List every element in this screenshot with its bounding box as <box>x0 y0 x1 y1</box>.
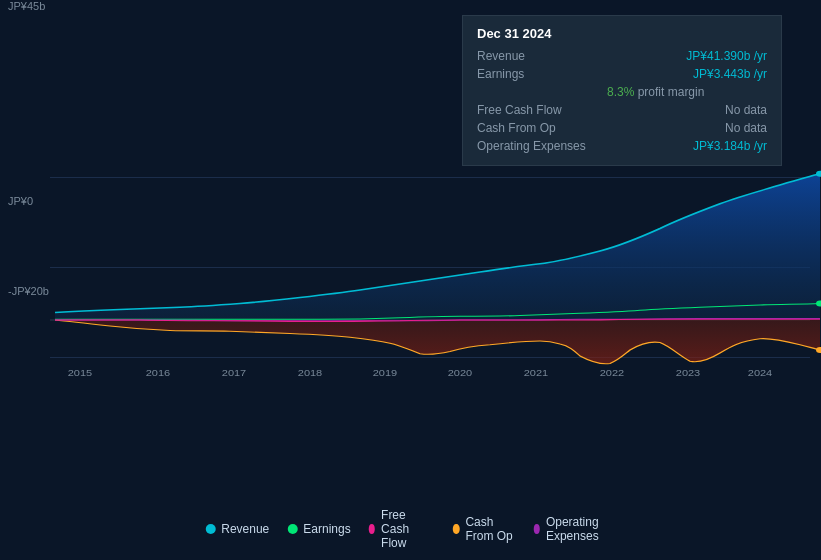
legend-fcf: Free Cash Flow <box>369 508 435 550</box>
cfo-row: Cash From Op No data <box>477 119 767 137</box>
tooltip-date: Dec 31 2024 <box>477 26 767 41</box>
x-label-2024: 2024 <box>748 369 773 378</box>
x-label-2023: 2023 <box>676 369 700 378</box>
cfo-legend-label: Cash From Op <box>465 515 515 543</box>
info-tooltip: Dec 31 2024 Revenue JP¥41.390b /yr Earni… <box>462 15 782 166</box>
x-label-2015: 2015 <box>68 369 92 378</box>
y-label-top: JP¥45b <box>8 0 45 12</box>
cfo-value: No data <box>725 121 767 135</box>
legend-revenue: Revenue <box>205 522 269 536</box>
x-label-2016: 2016 <box>146 369 170 378</box>
cfo-dot <box>453 524 459 534</box>
x-label-2020: 2020 <box>448 369 473 378</box>
earnings-value: JP¥3.443b /yr <box>693 67 767 81</box>
fcf-label: Free Cash Flow <box>477 103 607 117</box>
opex-label: Operating Expenses <box>477 139 607 153</box>
revenue-dot <box>205 524 215 534</box>
fcf-legend-label: Free Cash Flow <box>381 508 435 550</box>
x-label-2019: 2019 <box>373 369 397 378</box>
x-label-2022: 2022 <box>600 369 624 378</box>
earnings-dot <box>287 524 297 534</box>
opex-row: Operating Expenses JP¥3.184b /yr <box>477 137 767 155</box>
earnings-legend-label: Earnings <box>303 522 350 536</box>
revenue-legend-label: Revenue <box>221 522 269 536</box>
earnings-label: Earnings <box>477 67 607 81</box>
opex-dot <box>534 524 540 534</box>
legend-cfo: Cash From Op <box>453 515 515 543</box>
cfo-label: Cash From Op <box>477 121 607 135</box>
fcf-value: No data <box>725 103 767 117</box>
chart-legend: Revenue Earnings Free Cash Flow Cash Fro… <box>205 508 616 550</box>
legend-opex: Operating Expenses <box>534 515 616 543</box>
opex-legend-label: Operating Expenses <box>546 515 616 543</box>
x-label-2017: 2017 <box>222 369 246 378</box>
x-label-2018: 2018 <box>298 369 322 378</box>
revenue-label: Revenue <box>477 49 607 63</box>
fcf-dot <box>369 524 375 534</box>
fcf-row: Free Cash Flow No data <box>477 101 767 119</box>
x-label-2021: 2021 <box>524 369 548 378</box>
opex-value: JP¥3.184b /yr <box>693 139 767 153</box>
revenue-row: Revenue JP¥41.390b /yr <box>477 47 767 65</box>
profit-margin: 8.3% profit margin <box>607 83 767 101</box>
revenue-value: JP¥41.390b /yr <box>686 49 767 63</box>
legend-earnings: Earnings <box>287 522 350 536</box>
earnings-row: Earnings JP¥3.443b /yr <box>477 65 767 83</box>
